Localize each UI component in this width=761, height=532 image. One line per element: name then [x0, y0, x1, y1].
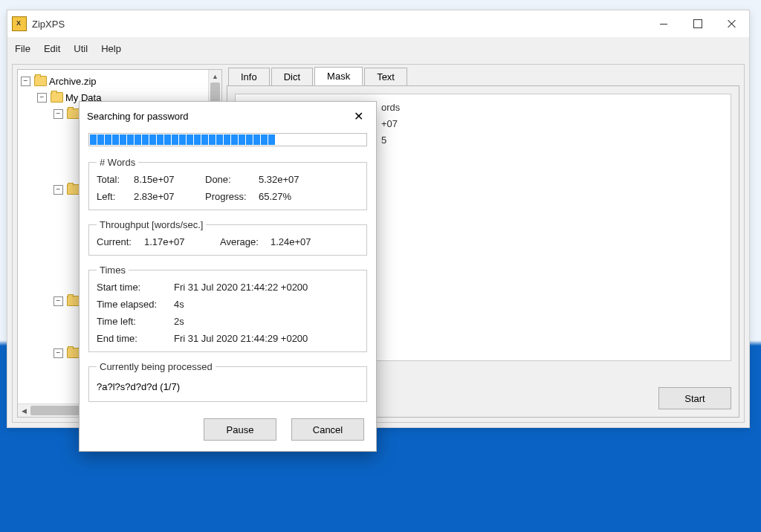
menu-edit[interactable]: Edit — [44, 43, 60, 54]
throughput-legend: Throughput [words/sec.] — [97, 219, 206, 230]
minimize-icon — [660, 24, 667, 25]
dialog-close-button[interactable]: ✕ — [348, 109, 369, 123]
app-icon — [12, 16, 27, 31]
menu-help[interactable]: Help — [101, 43, 121, 54]
folder-icon — [34, 76, 47, 86]
tree-row-root[interactable]: − Archive.zip — [21, 73, 208, 89]
progress-value: 65.27% — [259, 191, 359, 202]
progress-bar — [88, 133, 367, 146]
left-label: Left: — [97, 191, 129, 202]
pause-button[interactable]: Pause — [204, 418, 276, 441]
expander-minus-icon[interactable]: − — [21, 77, 30, 86]
close-button[interactable] — [715, 13, 749, 35]
progress-block — [112, 134, 119, 145]
time-left-value: 2s — [174, 316, 359, 327]
current-value: 1.17e+07 — [144, 236, 216, 247]
menu-util[interactable]: Util — [74, 43, 88, 54]
progress-block — [120, 134, 126, 145]
current-group: Currently being processed ?a?l?s?d?d?d (… — [88, 361, 367, 402]
progress-block — [231, 134, 238, 145]
folder-icon — [67, 296, 80, 306]
end-time-value: Fri 31 Jul 2020 21:44:29 +0200 — [174, 333, 359, 344]
progress-block — [253, 134, 260, 145]
current-legend: Currently being processed — [97, 361, 216, 372]
app-title: ZipXPS — [32, 19, 65, 30]
current-value: ?a?l?s?d?d?d (1/7) — [97, 378, 359, 394]
progress-label: Progress: — [205, 191, 254, 202]
progress-block — [187, 134, 193, 145]
expander-minus-icon[interactable]: − — [37, 93, 47, 103]
left-value: 2.83e+07 — [134, 191, 201, 202]
tab-dict[interactable]: Dict — [271, 68, 313, 86]
throughput-group: Throughput [words/sec.] Current: 1.17e+0… — [88, 219, 367, 256]
minimize-button[interactable] — [647, 13, 681, 35]
times-group: Times Start time: Fri 31 Jul 2020 21:44:… — [88, 265, 367, 352]
cancel-button[interactable]: Cancel — [291, 418, 364, 441]
menu-file[interactable]: File — [15, 43, 30, 54]
elapsed-label: Time elapsed: — [97, 299, 169, 310]
folder-icon — [67, 108, 80, 119]
mask-header-trail: ords — [381, 102, 400, 113]
progress-block — [209, 134, 216, 145]
maximize-button[interactable] — [681, 13, 715, 35]
expander-minus-icon[interactable]: − — [54, 185, 63, 195]
tree-label: Archive.zip — [49, 76, 97, 87]
start-time-label: Start time: — [97, 282, 169, 293]
tab-mask[interactable]: Mask — [314, 67, 363, 85]
folder-icon — [51, 92, 63, 103]
start-button[interactable]: Start — [658, 387, 731, 409]
progress-block — [157, 134, 163, 145]
tab-bar: Info Dict Mask Text — [227, 65, 739, 85]
menu-bar: File Edit Util Help — [7, 37, 749, 61]
time-left-label: Time left: — [97, 316, 169, 327]
progress-block — [172, 134, 178, 145]
folder-icon — [67, 184, 80, 195]
progress-block — [142, 134, 149, 145]
tab-info[interactable]: Info — [228, 68, 270, 86]
progress-block — [105, 134, 111, 145]
average-value: 1.24e+07 — [271, 236, 359, 247]
progress-block — [164, 134, 171, 145]
progress-block — [246, 134, 253, 145]
progress-block — [224, 134, 230, 145]
close-icon — [728, 19, 736, 28]
progress-block — [127, 134, 134, 145]
progress-block — [179, 134, 186, 145]
dialog-titlebar: Searching for password ✕ — [80, 102, 376, 130]
progress-block — [268, 134, 275, 145]
scroll-up-icon[interactable]: ▲ — [209, 70, 221, 82]
expander-minus-icon[interactable]: − — [54, 348, 63, 358]
mask-line-2: 5 — [381, 134, 386, 146]
progress-block — [97, 134, 104, 145]
start-time-value: Fri 31 Jul 2020 21:44:22 +0200 — [174, 282, 359, 293]
dialog-title: Searching for password — [87, 111, 189, 122]
scroll-left-icon[interactable]: ◀ — [18, 404, 30, 417]
progress-block — [194, 134, 201, 145]
total-value: 8.15e+07 — [134, 174, 201, 185]
titlebar: ZipXPS — [7, 10, 749, 37]
expander-minus-icon[interactable]: − — [54, 109, 63, 119]
words-legend: # Words — [97, 157, 138, 168]
folder-icon — [67, 348, 80, 358]
done-label: Done: — [205, 174, 254, 185]
progress-block — [135, 134, 141, 145]
progress-block — [149, 134, 156, 145]
elapsed-value: 4s — [174, 299, 359, 310]
maximize-icon — [693, 19, 702, 28]
end-time-label: End time: — [97, 333, 169, 344]
done-value: 5.32e+07 — [259, 174, 359, 185]
search-dialog: Searching for password ✕ # Words Total: … — [79, 101, 377, 452]
progress-block — [201, 134, 208, 145]
tab-text[interactable]: Text — [364, 68, 407, 86]
total-label: Total: — [97, 174, 129, 185]
average-label: Average: — [220, 236, 266, 247]
progress-block — [239, 134, 245, 145]
expander-minus-icon[interactable]: − — [54, 296, 63, 306]
progress-block — [261, 134, 268, 145]
current-label: Current: — [97, 236, 140, 247]
times-legend: Times — [97, 265, 129, 276]
progress-block — [90, 134, 97, 145]
progress-block — [216, 134, 223, 145]
words-group: # Words Total: 8.15e+07 Done: 5.32e+07 L… — [88, 157, 367, 210]
mask-line-1: +07 — [381, 118, 398, 129]
